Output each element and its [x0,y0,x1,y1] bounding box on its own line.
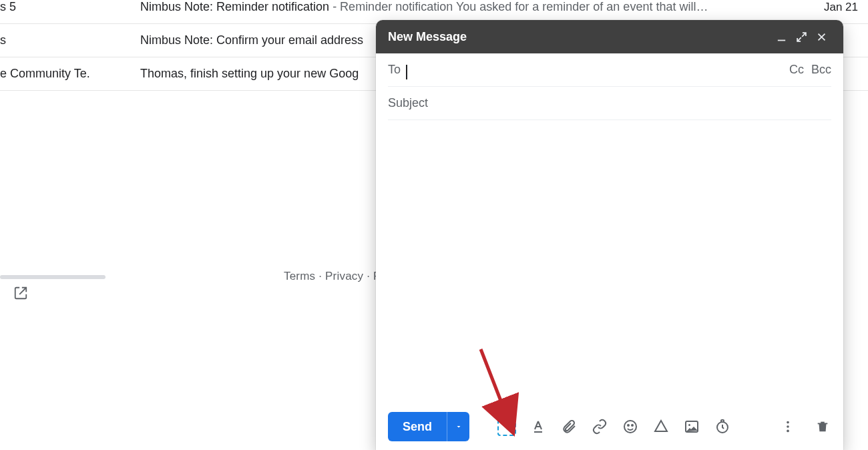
terms-link[interactable]: Terms [284,270,315,282]
insert-emoji-icon[interactable] [622,418,639,435]
send-button-main[interactable]: Send [388,412,447,441]
privacy-link[interactable]: Privacy [325,270,363,282]
insert-link-icon[interactable] [591,418,608,435]
close-icon[interactable] [811,31,831,43]
subject-text: Thomas, finish setting up your new Goog [140,67,359,80]
discard-draft-icon[interactable] [814,418,831,435]
minimize-icon[interactable] [771,31,791,43]
svg-point-11 [787,425,789,428]
footer-links: Terms · Privacy · F [284,270,381,283]
send-options-dropdown[interactable] [447,412,469,441]
formatting-icon[interactable] [529,418,547,435]
sender: s [0,33,140,47]
fullscreen-icon[interactable] [791,31,811,43]
insert-drive-icon[interactable] [652,418,670,435]
bcc-link[interactable]: Bcc [811,63,831,76]
compose-toolbar: Send [376,403,843,450]
insert-photo-icon[interactable] [683,418,700,435]
svg-point-5 [632,425,633,426]
compose-body-area[interactable] [388,120,831,403]
subject: Nimbus Note: Reminder notification - Rem… [140,0,805,14]
subject-input[interactable] [388,96,831,110]
subject-text: Nimbus Note: Reminder notification [140,0,329,13]
nimbus-capture-icon[interactable] [497,417,516,436]
svg-point-12 [787,430,789,433]
confidential-mode-icon[interactable] [714,418,731,435]
svg-point-10 [787,421,789,424]
email-date: Jan 21 [805,1,868,14]
sender: s 5 [0,0,140,14]
cc-link[interactable]: Cc [789,63,804,76]
compose-title: New Message [388,30,467,44]
subject-field-row[interactable] [388,87,831,120]
sender: e Community Te. [0,67,140,81]
svg-point-4 [628,425,629,426]
to-label: To [388,63,401,77]
send-button[interactable]: Send [388,412,469,441]
compose-window: New Message To Cc Bcc Send [376,20,843,450]
storage-bar [0,275,105,279]
svg-rect-9 [721,420,724,422]
svg-rect-13 [818,423,828,425]
svg-point-3 [624,421,636,433]
subject-text: Nimbus Note: Confirm your email address [140,33,363,47]
text-cursor [406,65,407,79]
attach-file-icon[interactable] [560,418,578,435]
to-field[interactable]: To Cc Bcc [388,53,831,87]
open-in-new-icon[interactable] [13,286,28,300]
compose-header[interactable]: New Message [376,20,843,53]
svg-point-7 [688,424,690,426]
preview-text: - Reminder notification You asked for a … [329,0,708,13]
more-options-icon[interactable] [779,418,797,435]
